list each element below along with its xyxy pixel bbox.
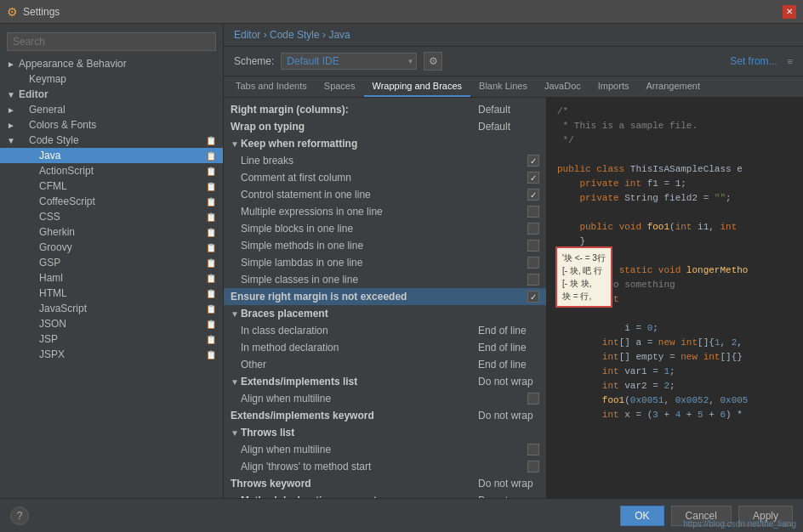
checkbox-multiple-expr[interactable] [527,206,539,218]
setting-simple-lambdas[interactable]: Simple lambdas in one line [224,254,546,271]
setting-simple-classes[interactable]: Simple classes in one line [224,271,546,288]
sidebar-item-gsp[interactable]: GSP 📋 [0,255,223,270]
sidebar-item-jsp[interactable]: JSP 📋 [0,331,223,347]
search-input[interactable] [7,32,216,51]
ok-button[interactable]: OK [620,506,663,526]
settings-panel: Right margin (columns): Default Wrap on … [224,98,547,498]
code-line: int var2 = 2; [547,379,803,393]
setting-label: Simple blocks in one line [231,223,521,235]
sidebar-item-html[interactable]: HTML 📋 [0,286,223,301]
setting-wrap-typing[interactable]: Wrap on typing Default [224,118,546,135]
arrow-icon [7,335,15,344]
tab-arrangement[interactable]: Arrangement [637,76,709,97]
gear-button[interactable]: ⚙ [424,52,442,71]
setting-simple-methods[interactable]: Simple methods in one line [224,237,546,254]
setting-label: Multiple expressions in one line [231,206,521,218]
help-button[interactable]: ? [10,507,29,525]
tab-imports[interactable]: Imports [589,76,638,97]
setting-in-method-decl[interactable]: In method declaration End of line [224,339,546,356]
tab-javadoc[interactable]: JavaDoc [536,76,589,97]
set-from-link[interactable]: Set from... [730,55,777,67]
copy-icon: 📋 [206,228,216,237]
tab-spaces[interactable]: Spaces [316,76,364,97]
sidebar-item-javascript[interactable]: JavaScript 📋 [0,301,223,316]
setting-align-when-multiline-2[interactable]: Align when multiline [224,441,546,458]
setting-align-throws[interactable]: Align 'throws' to method start [224,458,546,475]
arrow-icon: ▼ [7,90,15,99]
copy-icon: 📋 [206,335,216,344]
sidebar-item-label: Groovy [39,241,72,253]
setting-label: In class declaration [231,325,471,337]
setting-in-class-decl[interactable]: In class declaration End of line [224,322,546,339]
checkbox-simple-methods[interactable] [527,240,539,252]
setting-method-decl-params[interactable]: ▼ Method declaration parameters Do not w… [224,492,546,498]
main-container: ► Appearance & Behavior Keymap ▼ Editor … [0,24,803,498]
code-line: i = 0; [547,321,803,336]
sidebar-item-css[interactable]: CSS 📋 [0,209,223,224]
setting-comment-first-col[interactable]: Comment at first column ✓ [224,169,546,186]
setting-extends-impl-keyword[interactable]: Extends/implements keyword Do not wrap [224,407,546,424]
setting-simple-blocks[interactable]: Simple blocks in one line [224,220,546,237]
checkbox-simple-classes[interactable] [527,274,539,286]
tab-blank-lines[interactable]: Blank Lines [470,76,536,97]
setting-control-statement[interactable]: Control statement in one line ✓ [224,186,546,203]
sidebar-item-groovy[interactable]: Groovy 📋 [0,240,223,255]
checkbox-line-breaks[interactable]: ✓ [527,155,539,167]
arrow-icon [7,75,15,84]
setting-keep-reformatting[interactable]: ▼ Keep when reformatting [224,135,546,152]
code-line: */ [547,133,803,148]
sidebar-item-java[interactable]: Java 📋 [0,148,223,163]
scheme-select[interactable]: Default IDE [281,53,417,70]
setting-label: Keep when reformatting [241,138,539,150]
sidebar-item-label: JSON [39,318,66,330]
tab-wrapping[interactable]: Wrapping and Braces [364,76,471,97]
sidebar-item-actionscript[interactable]: ActionScript 📋 [0,163,223,178]
sidebar-item-jspx[interactable]: JSPX 📋 [0,347,223,362]
checkbox-align-multiline-1[interactable] [527,393,539,405]
setting-throws-keyword[interactable]: Throws keyword Do not wrap [224,475,546,492]
setting-label: Throws keyword [231,478,471,490]
sidebar-item-keymap[interactable]: Keymap [0,71,223,87]
checkbox-control-statement[interactable]: ✓ [527,189,539,201]
sidebar-item-code-style[interactable]: ▼ Code Style 📋 [0,133,223,148]
setting-braces-placement[interactable]: ▼ Braces placement [224,305,546,322]
sidebar-item-cfml[interactable]: CFML 📋 [0,178,223,194]
checkbox-simple-lambdas[interactable] [527,257,539,269]
sidebar-item-colors-fonts[interactable]: ► Colors & Fonts [0,117,223,133]
checkbox-ensure-right-margin[interactable]: ✓ [527,291,539,303]
setting-extends-impl-list[interactable]: ▼ Extends/implements list Do not wrap [224,373,546,390]
setting-right-margin[interactable]: Right margin (columns): Default [224,101,546,118]
setting-label: Wrap on typing [231,121,471,133]
tab-tabs-indents[interactable]: Tabs and Indents [227,76,316,97]
setting-other[interactable]: Other End of line [224,356,546,373]
settings-icon[interactable]: ≡ [788,56,793,66]
checkbox-align-multiline-2[interactable] [527,444,539,456]
setting-value: Do not wrap [471,410,539,422]
sidebar-item-json[interactable]: JSON 📋 [0,316,223,331]
sidebar-item-coffeescript[interactable]: CoffeeScript 📋 [0,194,223,209]
setting-align-when-multiline-1[interactable]: Align when multiline [224,390,546,407]
setting-value: End of line [471,359,539,371]
setting-line-breaks[interactable]: Line breaks ✓ [224,152,546,169]
sidebar-item-label: Editor [19,88,48,100]
setting-multiple-expr[interactable]: Multiple expressions in one line [224,203,546,220]
sidebar-item-label: Java [39,150,60,161]
setting-label: Braces placement [241,308,539,320]
sidebar-item-general[interactable]: ► General [0,102,223,117]
checkbox-simple-blocks[interactable] [527,223,539,235]
arrow-icon [7,197,15,207]
sidebar-item-gherkin[interactable]: Gherkin 📋 [0,224,223,240]
sidebar-item-haml[interactable]: Haml 📋 [0,270,223,286]
setting-ensure-right-margin[interactable]: Ensure right margin is not exceeded ✓ [224,288,546,305]
code-line: public void foo1(int i1, int [547,220,803,235]
checkbox-comment-first-col[interactable]: ✓ [527,172,539,184]
arrow-icon [7,258,15,268]
sidebar-item-appearance[interactable]: ► Appearance & Behavior [0,56,223,71]
setting-throws-list[interactable]: ▼ Throws list [224,424,546,441]
close-button[interactable]: ✕ [783,5,796,19]
checkbox-align-throws[interactable] [527,461,539,473]
code-line: foo1(0x0051, 0x0052, 0x005 [547,393,803,408]
sidebar-item-editor[interactable]: ▼ Editor [0,87,223,102]
setting-value: End of line [471,342,539,354]
sidebar-item-label: GSP [39,257,60,269]
